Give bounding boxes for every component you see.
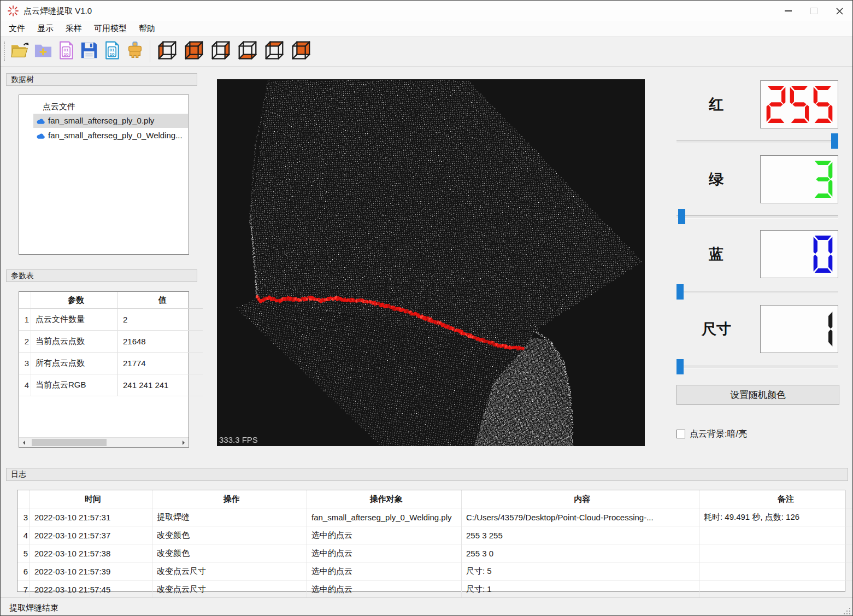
blue-slider[interactable] bbox=[676, 284, 838, 300]
param-row-2[interactable]: 3 所有点云点数 21774 bbox=[19, 353, 203, 374]
open-file-button[interactable] bbox=[9, 40, 31, 63]
param-row-number: 1 bbox=[19, 309, 31, 331]
param-header-row: 参数 值 bbox=[19, 292, 203, 309]
minimize-button[interactable] bbox=[775, 1, 801, 21]
blue-slider-track[interactable] bbox=[676, 291, 838, 294]
blue-lcd-display bbox=[760, 230, 838, 278]
log-target: 选中的点云 bbox=[307, 562, 462, 580]
cube-right-face-icon bbox=[209, 39, 232, 63]
log-content: 尺寸: 5 bbox=[462, 562, 699, 580]
parameter-table: 参数 值 1 点云文件数量 2 2 当前点云点数 21648 3 所有点云点数 … bbox=[19, 291, 189, 448]
log-operation: 改变点云尺寸 bbox=[152, 562, 307, 580]
tree-file-item-0[interactable]: fan_small_afterseg_ply_0.ply bbox=[19, 114, 189, 128]
cube-left-face-button[interactable] bbox=[154, 40, 180, 63]
log-row-0[interactable]: 3 2022-03-10 21:57:31 提取焊缝 fan_small_aft… bbox=[17, 508, 853, 526]
cube-front-face-button[interactable] bbox=[181, 40, 207, 63]
clean-brush-icon bbox=[125, 40, 145, 62]
lcd-digit bbox=[812, 159, 834, 200]
add-folder-button[interactable] bbox=[32, 40, 54, 63]
log-row-number: 4 bbox=[17, 526, 30, 544]
open-file-icon bbox=[10, 41, 31, 62]
red-slider[interactable] bbox=[676, 133, 838, 149]
lcd-digit bbox=[789, 84, 810, 125]
clean-brush-button[interactable] bbox=[124, 40, 146, 63]
pointcloud-canvas[interactable] bbox=[217, 79, 645, 446]
menu-item-3[interactable]: 可用模型 bbox=[88, 22, 133, 36]
status-message: 提取焊缝结束 bbox=[9, 603, 58, 613]
param-row-number: 3 bbox=[19, 353, 31, 374]
scroll-left-arrow-icon[interactable] bbox=[19, 438, 28, 447]
param-row-1[interactable]: 2 当前点云点数 21648 bbox=[19, 331, 203, 353]
param-value: 2 bbox=[117, 309, 203, 331]
binary-file-magenta-button[interactable]: 01 10 bbox=[55, 40, 77, 63]
scrollbar-thumb[interactable] bbox=[32, 439, 107, 446]
log-group-header: 日志 bbox=[6, 468, 848, 481]
param-name: 当前点云RGB bbox=[31, 374, 117, 396]
green-lcd-display bbox=[760, 155, 838, 203]
blue-slider-handle[interactable] bbox=[676, 284, 684, 300]
binary-file-blue-button[interactable]: 01 10 bbox=[101, 40, 123, 63]
cube-top-face-button[interactable] bbox=[261, 40, 287, 63]
size-lcd-display bbox=[760, 305, 838, 353]
log-time: 2022-03-10 21:57:45 bbox=[30, 580, 152, 599]
size-slider-track[interactable] bbox=[676, 366, 838, 369]
param-row-number: 4 bbox=[19, 374, 31, 396]
svg-text:10: 10 bbox=[64, 52, 69, 57]
maximize-button[interactable] bbox=[801, 1, 827, 21]
cube-bottom-face-button[interactable] bbox=[234, 40, 260, 63]
log-note bbox=[699, 526, 853, 544]
red-slider-track[interactable] bbox=[676, 140, 838, 143]
scroll-right-arrow-icon[interactable] bbox=[179, 438, 189, 447]
red-slider-handle[interactable] bbox=[831, 133, 838, 149]
tree-file-item-1[interactable]: fan_small_afterseg_ply_0_Welding... bbox=[19, 128, 189, 143]
cube-back-face-button[interactable] bbox=[288, 40, 314, 63]
menu-item-1[interactable]: 显示 bbox=[31, 22, 60, 36]
resize-grip-icon[interactable] bbox=[844, 608, 851, 615]
lcd-digit bbox=[812, 234, 834, 274]
red-label: 红 bbox=[709, 95, 723, 114]
title-bar[interactable]: 点云焊缝提取 V1.0 bbox=[1, 1, 852, 21]
svg-text:10: 10 bbox=[110, 52, 115, 57]
save-file-button[interactable] bbox=[78, 40, 100, 63]
cube-right-face-button[interactable] bbox=[208, 40, 233, 63]
close-button[interactable] bbox=[827, 1, 852, 21]
param-row-0[interactable]: 1 点云文件数量 2 bbox=[19, 309, 203, 331]
green-slider-track[interactable] bbox=[676, 215, 838, 219]
log-row-4[interactable]: 7 2022-03-10 21:57:45 改变点云尺寸 选中的点云 尺寸: 1 bbox=[17, 580, 853, 599]
green-label: 绿 bbox=[709, 169, 723, 189]
menu-item-0[interactable]: 文件 bbox=[3, 22, 31, 36]
param-row-3[interactable]: 4 当前点云RGB 241 241 241 bbox=[19, 374, 203, 396]
blue-label: 蓝 bbox=[709, 244, 723, 264]
param-hscrollbar[interactable] bbox=[19, 437, 189, 447]
background-checkbox[interactable] bbox=[676, 430, 685, 438]
menu-item-2[interactable]: 采样 bbox=[60, 22, 88, 36]
pointcloud-viewport[interactable]: 333.3 FPS bbox=[217, 79, 645, 446]
log-row-number: 3 bbox=[17, 508, 30, 526]
log-row-3[interactable]: 6 2022-03-10 21:57:39 改变点云尺寸 选中的点云 尺寸: 5 bbox=[17, 562, 853, 580]
tree-root-label[interactable]: 点云文件 bbox=[43, 102, 75, 112]
point-cloud-file-tree[interactable]: 点云文件 fan_small_afterseg_ply_0.ply fan_sm… bbox=[19, 95, 189, 255]
param-name: 当前点云点数 bbox=[31, 331, 117, 353]
size-slider[interactable] bbox=[676, 359, 838, 374]
log-target: 选中的点云 bbox=[307, 580, 462, 599]
log-operation: 改变颜色 bbox=[152, 526, 307, 544]
log-note: 耗时: 49.491 秒, 点数: 126 bbox=[699, 508, 853, 526]
green-slider-handle[interactable] bbox=[678, 209, 685, 224]
green-slider[interactable] bbox=[676, 209, 838, 224]
log-time: 2022-03-10 21:57:38 bbox=[30, 544, 152, 562]
background-toggle-row[interactable]: 点云背景:暗/亮 bbox=[676, 429, 747, 439]
log-row-1[interactable]: 4 2022-03-10 21:57:37 改变颜色 选中的点云 255 3 2… bbox=[17, 526, 853, 544]
toolbar-drag-handle[interactable] bbox=[4, 42, 5, 61]
cube-front-face-icon bbox=[183, 39, 205, 63]
size-slider-handle[interactable] bbox=[676, 359, 684, 374]
log-content: 255 3 0 bbox=[462, 544, 699, 562]
menu-item-4[interactable]: 帮助 bbox=[133, 22, 161, 36]
tree-file-label: fan_small_afterseg_ply_0.ply bbox=[48, 116, 154, 125]
red-lcd-display bbox=[760, 80, 838, 128]
param-col-header: 参数 bbox=[31, 292, 117, 309]
log-row-number: 7 bbox=[17, 580, 30, 599]
save-file-icon bbox=[80, 41, 98, 62]
log-row-2[interactable]: 5 2022-03-10 21:57:38 改变颜色 选中的点云 255 3 0 bbox=[17, 544, 853, 562]
set-random-color-button[interactable]: 设置随机颜色 bbox=[676, 385, 839, 405]
toolbar-separator bbox=[150, 40, 150, 62]
